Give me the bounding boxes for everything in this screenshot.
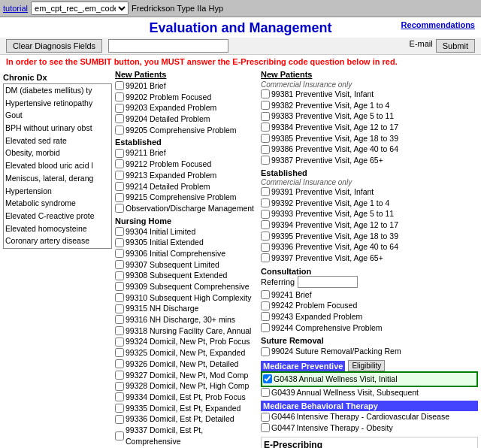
item-checkbox[interactable] <box>115 359 124 368</box>
item-checkbox[interactable] <box>115 193 124 202</box>
item-checkbox[interactable] <box>261 156 270 165</box>
item-checkbox[interactable] <box>115 249 124 258</box>
referring-input[interactable] <box>298 276 358 288</box>
chronic-dx-item[interactable]: Diastolic CHF, chronic <box>4 247 111 249</box>
item-checkbox[interactable] <box>261 220 270 229</box>
item-checkbox[interactable] <box>115 382 124 391</box>
chronic-dx-item[interactable]: Elevated sed rate <box>4 135 111 147</box>
item-label[interactable]: 99304 Initial Limited <box>126 226 195 238</box>
chronic-dx-item[interactable]: Meniscus, lateral, derang <box>4 172 111 185</box>
item-checkbox[interactable] <box>115 271 124 280</box>
chronic-dx-item[interactable]: DM (diabetes mellitus) ty <box>4 84 111 97</box>
item-label[interactable]: 99202 Problem Focused <box>126 92 211 103</box>
item-label[interactable]: 99242 Problem Focused <box>271 300 357 311</box>
item-checkbox[interactable] <box>115 149 124 158</box>
chronic-dx-item[interactable]: Gout <box>4 109 111 122</box>
em-code-dropdown[interactable]: em_cpt_rec_,em_code <box>31 2 129 15</box>
item-checkbox[interactable] <box>115 371 124 380</box>
clear-diagnosis-button[interactable]: Clear Diagnosis Fields <box>6 39 102 53</box>
item-label[interactable]: G0446 Intensive Therapy - Cardiovascular… <box>271 411 449 422</box>
chronic-dx-item[interactable]: Coronary artery disease <box>4 235 111 247</box>
item-label[interactable]: 99205 Comprehensive Problem <box>126 125 237 136</box>
chronic-dx-item[interactable]: BPH without urinary obst <box>4 122 111 135</box>
item-checkbox[interactable] <box>261 134 270 143</box>
item-label[interactable]: 99382 Preventive Visit, Age 1 to 4 <box>271 100 389 111</box>
item-checkbox[interactable] <box>115 304 124 313</box>
item-checkbox[interactable] <box>115 348 124 357</box>
item-checkbox[interactable] <box>261 145 270 154</box>
item-label[interactable]: 99213 Expanded Problem <box>126 170 216 181</box>
item-checkbox[interactable] <box>115 431 124 440</box>
item-label[interactable]: 99024 Suture Removal/Packing Rem <box>271 346 401 357</box>
item-label[interactable]: 99324 Domicil, New Pt, Prob Focus <box>126 336 250 347</box>
item-checkbox[interactable] <box>115 260 124 269</box>
item-checkbox[interactable] <box>115 104 124 113</box>
item-label[interactable]: 99316 NH Discharge, 30+ mins <box>126 314 235 325</box>
item-checkbox[interactable] <box>261 123 270 132</box>
item-checkbox[interactable] <box>115 81 124 90</box>
item-label[interactable]: 99306 Initial Comprehensive <box>126 248 225 259</box>
item-label[interactable]: 99335 Domicil, Est Pt, Expanded <box>126 403 240 414</box>
item-label[interactable]: G0438 Annual Wellness Visit, Initial <box>274 374 397 385</box>
item-checkbox[interactable] <box>261 232 270 241</box>
item-label[interactable]: 99214 Detailed Problem <box>126 181 210 192</box>
item-checkbox[interactable] <box>261 89 270 98</box>
item-checkbox[interactable] <box>115 338 124 347</box>
item-checkbox[interactable] <box>115 204 124 213</box>
item-label[interactable]: 99203 Expanded Problem <box>126 102 216 114</box>
chronic-dx-item[interactable]: Obesity, morbid <box>4 147 111 159</box>
diagnosis-input[interactable] <box>108 39 228 53</box>
item-checkbox[interactable] <box>263 374 272 383</box>
item-checkbox[interactable] <box>115 392 124 401</box>
item-checkbox[interactable] <box>261 243 270 252</box>
item-label[interactable]: 99307 Subsequent Limited <box>126 259 219 271</box>
item-checkbox[interactable] <box>115 293 124 302</box>
item-label[interactable]: 99315 NH Discharge <box>126 303 198 314</box>
item-label[interactable]: 99393 Preventive Visit, Age 5 to 11 <box>271 208 394 219</box>
item-label[interactable]: 99211 Brief <box>126 147 166 159</box>
item-checkbox[interactable] <box>261 312 270 321</box>
item-label[interactable]: 99243 Expanded Problem <box>271 311 362 322</box>
item-checkbox[interactable] <box>261 347 270 356</box>
chronic-dx-item[interactable]: Hypertensive retinopathy <box>4 97 111 110</box>
item-label[interactable]: G0447 Intensive Therapy - Obesity <box>271 422 393 434</box>
item-label[interactable]: 99241 Brief <box>271 289 312 301</box>
chronic-dx-item[interactable]: Hypertension <box>4 185 111 198</box>
item-label[interactable]: 99310 Subsequent High Complexity <box>126 292 251 304</box>
submit-button[interactable]: Submit <box>436 39 475 53</box>
chronic-dx-item[interactable]: Elevated homocysteine <box>4 222 111 235</box>
item-label[interactable]: 99318 Nursing Facility Care, Annual <box>126 325 251 337</box>
chronic-dx-item[interactable]: Metabolic syndrome <box>4 197 111 210</box>
item-checkbox[interactable] <box>115 326 124 335</box>
item-checkbox[interactable] <box>261 301 270 310</box>
item-label[interactable]: 99396 Preventive Visit, Age 40 to 64 <box>271 241 398 253</box>
item-label[interactable]: 99383 Preventive Visit, Age 5 to 11 <box>271 110 394 122</box>
item-checkbox[interactable] <box>115 227 124 236</box>
item-checkbox[interactable] <box>261 423 270 432</box>
item-label[interactable]: 99385 Preventive Visit, Age 18 to 39 <box>271 133 398 144</box>
item-checkbox[interactable] <box>261 413 270 422</box>
item-checkbox[interactable] <box>261 187 270 196</box>
item-label[interactable]: 99334 Domicil, Est Pt, Prob Focus <box>126 392 246 403</box>
item-checkbox[interactable] <box>261 323 270 332</box>
item-checkbox[interactable] <box>115 171 124 180</box>
item-label[interactable]: 99204 Detailed Problem <box>126 114 210 125</box>
item-checkbox[interactable] <box>261 101 270 110</box>
item-label[interactable]: 99327 Domicil, New Pt, Mod Comp <box>126 370 248 381</box>
item-checkbox[interactable] <box>115 404 124 413</box>
item-label[interactable]: 99391 Preventive Visit, Infant <box>271 186 374 198</box>
item-label[interactable]: 99308 Subsequent Extended <box>126 270 227 281</box>
item-label[interactable]: 99212 Problem Focused <box>126 159 211 170</box>
item-label[interactable]: 99395 Preventive Visit, Age 18 to 39 <box>271 231 398 242</box>
item-label[interactable]: 99201 Brief <box>126 80 166 92</box>
item-checkbox[interactable] <box>115 315 124 324</box>
item-checkbox[interactable] <box>261 290 270 299</box>
item-checkbox[interactable] <box>115 282 124 291</box>
item-label[interactable]: 99337 Domicil, Est Pt, Comprehensive <box>126 425 258 446</box>
item-checkbox[interactable] <box>261 210 270 219</box>
item-label[interactable]: 99244 Comprehensive Problem <box>271 322 383 334</box>
item-checkbox[interactable] <box>115 114 124 123</box>
item-label[interactable]: 99387 Preventive Visit, Age 65+ <box>271 155 383 166</box>
item-label[interactable]: 99394 Preventive Visit, Age 12 to 17 <box>271 219 398 231</box>
item-label[interactable]: 99309 Subsequent Comprehensive <box>126 281 250 292</box>
